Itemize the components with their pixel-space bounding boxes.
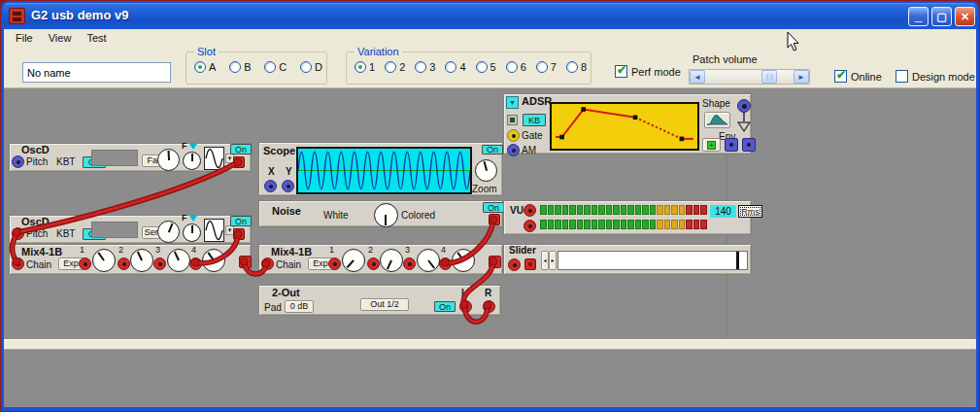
mix-output-connector[interactable] bbox=[489, 256, 501, 268]
out-select-button[interactable]: Out 1/2 bbox=[360, 298, 409, 311]
design-mode-checkbox[interactable]: Design mode bbox=[896, 70, 975, 83]
minimize-button[interactable] bbox=[908, 7, 929, 26]
level-knob-4[interactable] bbox=[202, 249, 225, 272]
radio-option-7[interactable]: 7 bbox=[536, 61, 557, 73]
patch-volume-thumb[interactable] bbox=[761, 70, 777, 84]
patch-volume-scrollbar[interactable] bbox=[689, 69, 810, 85]
module-mix4-1b-1[interactable]: Mix4-1B Chain Exp 1 2 3 4 bbox=[9, 244, 252, 275]
module-noise[interactable]: Noise White Colored On bbox=[258, 200, 503, 227]
radio-icon[interactable] bbox=[566, 61, 578, 73]
module-adsr[interactable]: ▼ ADSR KB Gate AM Shape bbox=[503, 93, 752, 154]
slider-left-arrow-icon[interactable]: ◂ bbox=[541, 251, 549, 270]
radio-icon[interactable] bbox=[506, 61, 518, 73]
pitch-input-connector[interactable] bbox=[12, 155, 24, 168]
osc-on-button[interactable]: On bbox=[230, 216, 252, 226]
menu-file[interactable]: File bbox=[8, 31, 41, 45]
vu-input-connector-2[interactable] bbox=[524, 220, 536, 232]
env-inv-output-connector[interactable] bbox=[742, 138, 756, 152]
level-knob-1[interactable] bbox=[92, 249, 116, 272]
radio-icon[interactable] bbox=[355, 61, 366, 73]
fx-area-divider[interactable] bbox=[4, 339, 976, 350]
level-knob-3[interactable] bbox=[417, 249, 440, 272]
design-mode-box[interactable] bbox=[896, 70, 908, 83]
radio-option-6[interactable]: 6 bbox=[506, 61, 526, 73]
module-scope[interactable]: Scope X Y On Zoom bbox=[258, 142, 503, 196]
coarse-knob[interactable] bbox=[157, 149, 180, 171]
waveform-selector[interactable] bbox=[204, 219, 224, 242]
slider-right-arrow-icon[interactable]: ▸ bbox=[549, 251, 557, 270]
x-input-connector[interactable] bbox=[264, 180, 277, 192]
zoom-knob[interactable] bbox=[475, 159, 497, 182]
left-input-connector[interactable] bbox=[459, 300, 472, 313]
radio-option-5[interactable]: 5 bbox=[476, 61, 496, 73]
radio-option-B[interactable]: B bbox=[229, 61, 251, 73]
scroll-left-icon[interactable] bbox=[690, 70, 705, 84]
out-on-button[interactable]: On bbox=[434, 301, 456, 312]
monitor-button[interactable] bbox=[507, 115, 518, 125]
polarity-button[interactable]: + bbox=[702, 138, 721, 152]
gate-input-connector[interactable] bbox=[507, 129, 520, 142]
slider-thumb[interactable] bbox=[736, 252, 739, 269]
patch-canvas[interactable]: OscD Pitch KBT On Fac F On bbox=[4, 88, 976, 407]
slider-track[interactable] bbox=[558, 251, 748, 270]
envelope-display[interactable] bbox=[550, 102, 699, 151]
perf-mode-checkbox[interactable]: Perf mode bbox=[615, 65, 681, 78]
chain-input-connector[interactable] bbox=[261, 258, 274, 270]
env-output-connector-top[interactable] bbox=[737, 99, 751, 113]
title-bar[interactable]: G2 usb demo v9 bbox=[3, 3, 977, 29]
radio-option-1[interactable]: 1 bbox=[355, 61, 375, 73]
vu-input-connector-1[interactable] bbox=[524, 204, 536, 217]
radio-option-C[interactable]: C bbox=[264, 61, 287, 73]
audio-output-connector[interactable] bbox=[233, 156, 245, 168]
module-oscd-2[interactable]: OscD Pitch KBT On Semi F On bbox=[9, 215, 252, 244]
radio-option-D[interactable]: D bbox=[300, 61, 322, 73]
am-input-connector[interactable] bbox=[507, 144, 520, 156]
radio-icon[interactable] bbox=[445, 61, 456, 73]
radio-icon[interactable] bbox=[385, 61, 396, 73]
radio-icon[interactable] bbox=[415, 61, 426, 73]
color-knob[interactable] bbox=[374, 203, 398, 227]
audio-output-connector[interactable] bbox=[233, 228, 245, 240]
mix-output-connector[interactable] bbox=[239, 256, 252, 268]
online-box[interactable] bbox=[834, 70, 847, 83]
shape-button[interactable] bbox=[704, 112, 730, 128]
radio-icon[interactable] bbox=[194, 61, 206, 73]
radio-option-8[interactable]: 8 bbox=[566, 61, 587, 73]
level-knob-2[interactable] bbox=[380, 249, 403, 272]
patch-name-input[interactable] bbox=[22, 62, 171, 83]
chain-input-connector[interactable] bbox=[12, 258, 24, 270]
level-knob-1[interactable] bbox=[342, 249, 365, 272]
close-button[interactable] bbox=[955, 7, 975, 26]
module-vu[interactable]: VU 140 Rms bbox=[503, 200, 752, 235]
online-checkbox[interactable]: Online bbox=[834, 70, 882, 83]
radio-option-4[interactable]: 4 bbox=[445, 61, 465, 73]
fine-knob[interactable] bbox=[183, 152, 201, 170]
right-input-connector[interactable] bbox=[483, 300, 495, 313]
level-knob-2[interactable] bbox=[130, 249, 153, 272]
radio-option-2[interactable]: 2 bbox=[385, 61, 405, 73]
rms-button[interactable]: Rms bbox=[738, 205, 762, 218]
radio-option-A[interactable]: A bbox=[194, 61, 216, 73]
slider-input-connector[interactable] bbox=[508, 258, 521, 271]
module-2-out[interactable]: 2-Out Pad 0 dB Out 1/2 On L R bbox=[258, 285, 501, 316]
kb-button[interactable]: KB bbox=[523, 114, 546, 126]
noise-on-button[interactable]: On bbox=[483, 202, 504, 213]
level-knob-3[interactable] bbox=[167, 249, 190, 272]
menu-view[interactable]: View bbox=[41, 31, 80, 45]
perf-mode-box[interactable] bbox=[615, 65, 627, 78]
waveform-selector[interactable] bbox=[204, 147, 224, 170]
pitch-input-connector[interactable] bbox=[12, 227, 24, 240]
radio-icon[interactable] bbox=[536, 61, 548, 73]
scope-on-button[interactable]: On bbox=[482, 145, 503, 154]
radio-icon[interactable] bbox=[264, 61, 276, 73]
scroll-right-icon[interactable] bbox=[794, 70, 809, 84]
slider-output-connector[interactable] bbox=[524, 258, 536, 270]
maximize-button[interactable] bbox=[931, 7, 952, 26]
pad-button[interactable]: 0 dB bbox=[285, 300, 314, 313]
radio-icon[interactable] bbox=[229, 61, 241, 73]
module-mix4-1b-2[interactable]: Mix4-1B Chain Exp 1 2 3 4 bbox=[258, 244, 503, 275]
module-oscd-1[interactable]: OscD Pitch KBT On Fac F On bbox=[9, 143, 252, 172]
radio-icon[interactable] bbox=[476, 61, 488, 73]
menu-test[interactable]: Test bbox=[79, 31, 114, 45]
osc-on-button[interactable]: On bbox=[230, 144, 252, 154]
